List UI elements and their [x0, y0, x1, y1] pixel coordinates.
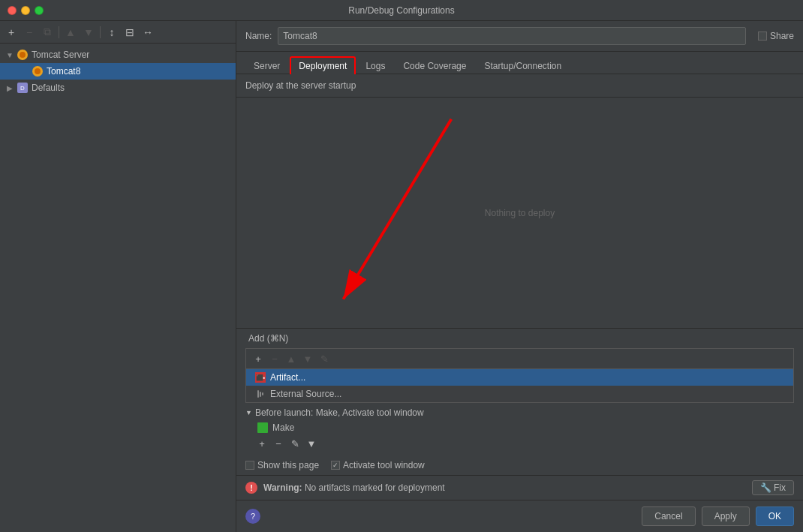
- before-launch-label: Before launch: Make, Activate tool windo…: [255, 407, 424, 418]
- tab-startup-connection[interactable]: Startup/Connection: [476, 57, 570, 74]
- name-row: Name: Share: [236, 21, 803, 52]
- artifact-label: Artifact...: [270, 372, 305, 383]
- name-input[interactable]: [278, 27, 746, 45]
- bottom-buttons: ? Cancel Apply OK: [236, 500, 803, 532]
- deployment-panel: Deploy at the server startup Nothing to …: [236, 74, 803, 500]
- mini-toolbar: + − ▲ ▼ ✎: [246, 349, 793, 369]
- menu-item-artifact[interactable]: ▪ Artifact...: [246, 369, 793, 386]
- tabs-bar: Server Deployment Logs Code Coverage Sta…: [236, 52, 803, 74]
- sidebar-tree: ▼ Tomcat Server Tomcat8 ▶ D Def: [0, 44, 236, 532]
- show-page-option[interactable]: Show this page: [245, 460, 319, 470]
- help-button[interactable]: ?: [245, 509, 260, 524]
- main-layout: + − ⧉ ▲ ▼ ↕ ⊟ ↔ ▼ Tomcat Server: [0, 21, 803, 532]
- sidebar-toolbar: + − ⧉ ▲ ▼ ↕ ⊟ ↔: [0, 21, 236, 44]
- add-label: Add (⌘N): [245, 332, 291, 345]
- sidebar-item-defaults[interactable]: ▶ D Defaults: [0, 80, 236, 96]
- expand-arrow: ▼: [6, 51, 14, 59]
- title-bar: Run/Debug Configurations: [0, 0, 803, 21]
- external-source-icon: [255, 389, 266, 399]
- mini-add-button[interactable]: +: [251, 351, 266, 366]
- dropdown-menu: + − ▲ ▼ ✎ ▪ Artifact...: [245, 348, 794, 403]
- tab-logs[interactable]: Logs: [357, 57, 393, 74]
- sidebar-item-tomcat-server[interactable]: ▼ Tomcat Server: [0, 47, 236, 63]
- before-launch-toolbar: + − ✎ ▼: [254, 436, 794, 451]
- deploy-area: Nothing to deploy: [236, 98, 803, 328]
- before-launch-section: ▼ Before launch: Make, Activate tool win…: [236, 403, 803, 455]
- share-label: Share: [770, 31, 794, 41]
- sidebar-item-tomcat8[interactable]: Tomcat8: [0, 63, 236, 80]
- fix-button[interactable]: 🔧 Fix: [752, 480, 794, 495]
- artifact-icon: ▪: [255, 372, 266, 383]
- bottom-section: Add (⌘N) + − ▲ ▼ ✎ ▪ Artif: [236, 328, 803, 500]
- separator-1: [59, 26, 59, 38]
- tab-code-coverage[interactable]: Code Coverage: [395, 57, 474, 74]
- window-title: Run/Debug Configurations: [348, 5, 454, 16]
- before-launch-edit-button[interactable]: ✎: [287, 436, 302, 451]
- tab-deployment[interactable]: Deployment: [290, 56, 356, 74]
- traffic-lights: [8, 6, 44, 15]
- external-source-label: External Source...: [270, 389, 341, 399]
- apply-button[interactable]: Apply: [702, 506, 750, 526]
- maximize-button[interactable]: [35, 6, 44, 15]
- warning-message: No artifacts marked for deployment: [305, 482, 445, 493]
- collapse-arrow: ▼: [245, 409, 252, 416]
- tomcat8-icon: [32, 65, 44, 77]
- warning-icon: !: [245, 482, 257, 494]
- mini-down-button[interactable]: ▼: [300, 351, 315, 366]
- make-icon: [257, 422, 268, 433]
- add-config-button[interactable]: +: [3, 24, 20, 41]
- before-launch-header: ▼ Before launch: Make, Activate tool win…: [245, 407, 794, 418]
- tomcat8-label: Tomcat8: [47, 66, 80, 77]
- sort-button[interactable]: ↕: [104, 24, 120, 41]
- cancel-button[interactable]: Cancel: [642, 506, 695, 526]
- name-label: Name:: [245, 31, 272, 41]
- before-launch-make-item: Make: [254, 421, 794, 434]
- show-page-checkbox[interactable]: [245, 461, 254, 470]
- activate-window-checkbox[interactable]: [331, 461, 340, 470]
- activate-window-label: Activate tool window: [343, 460, 425, 470]
- move-up-button[interactable]: ▲: [62, 24, 79, 41]
- mini-up-button[interactable]: ▲: [284, 351, 299, 366]
- share-checkbox[interactable]: [758, 32, 767, 41]
- defaults-label: Defaults: [32, 83, 65, 93]
- tomcat-server-label: Tomcat Server: [32, 50, 89, 60]
- tab-server[interactable]: Server: [245, 57, 288, 74]
- copy-config-button[interactable]: ⧉: [39, 24, 56, 41]
- defaults-arrow: ▶: [6, 84, 14, 92]
- make-label: Make: [272, 422, 294, 433]
- move-down-button[interactable]: ▼: [80, 24, 97, 41]
- before-launch-add-button[interactable]: +: [254, 436, 269, 451]
- mini-remove-button[interactable]: −: [267, 351, 282, 366]
- warning-text: Warning: No artifacts marked for deploym…: [263, 482, 746, 493]
- close-button[interactable]: [8, 6, 17, 15]
- add-toolbar: Add (⌘N): [236, 329, 803, 348]
- sidebar: + − ⧉ ▲ ▼ ↕ ⊟ ↔ ▼ Tomcat Server: [0, 21, 236, 532]
- remove-config-button[interactable]: −: [21, 24, 38, 41]
- menu-item-external-source[interactable]: External Source...: [246, 386, 793, 402]
- expand-button[interactable]: ↔: [140, 24, 156, 41]
- empty-message: Nothing to deploy: [485, 208, 555, 218]
- warning-prefix: Warning:: [263, 482, 305, 493]
- right-panel: Name: Share Server Deployment Logs Code …: [236, 21, 803, 532]
- options-row: Show this page Activate tool window: [236, 455, 803, 475]
- before-launch-remove-button[interactable]: −: [271, 436, 286, 451]
- tomcat-server-icon: [17, 49, 29, 61]
- filter-button[interactable]: ⊟: [122, 24, 138, 41]
- warning-bar: ! Warning: No artifacts marked for deplo…: [236, 475, 803, 500]
- share-row: Share: [758, 31, 794, 41]
- deploy-header: Deploy at the server startup: [236, 74, 803, 98]
- minimize-button[interactable]: [21, 6, 30, 15]
- ok-button[interactable]: OK: [756, 506, 794, 526]
- mini-edit-button[interactable]: ✎: [317, 351, 332, 366]
- separator-2: [100, 26, 101, 38]
- defaults-icon: D: [17, 82, 29, 94]
- activate-window-option[interactable]: Activate tool window: [331, 460, 425, 470]
- before-launch-down-button[interactable]: ▼: [304, 436, 319, 451]
- show-page-label: Show this page: [257, 460, 319, 470]
